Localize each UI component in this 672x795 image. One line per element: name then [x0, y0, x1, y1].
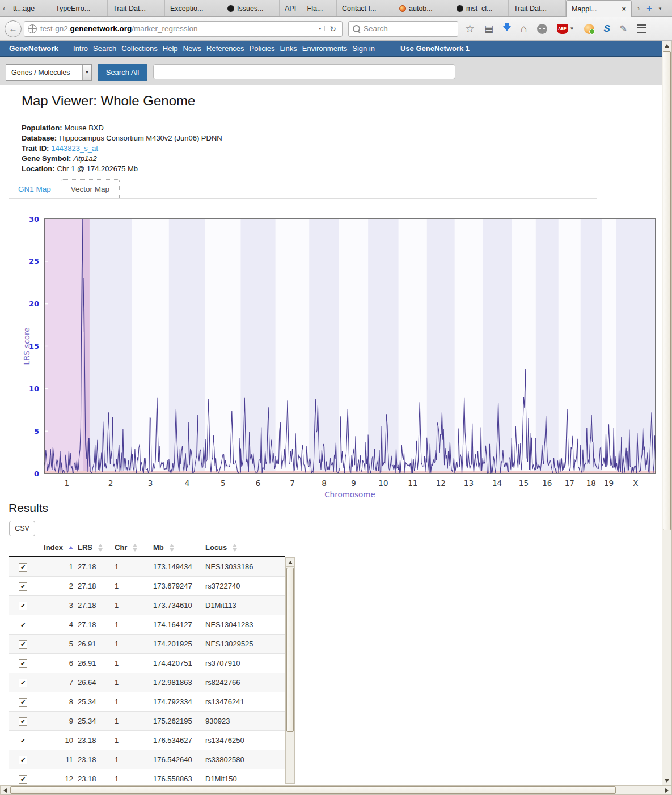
cell-chr: 1 [112, 615, 151, 635]
trait-id-link[interactable]: 1443823_s_at [51, 144, 98, 153]
row-checkbox[interactable]: ✔ [19, 640, 27, 649]
search-all-button[interactable]: Search All [98, 64, 147, 81]
page-scroll-down-button[interactable] [662, 776, 671, 785]
back-button[interactable]: ← [5, 20, 22, 37]
extension-s-icon[interactable]: S [604, 23, 610, 35]
cell-index: 1 [34, 557, 75, 577]
table-scrollbar-thumb[interactable] [286, 568, 294, 732]
cell-mb: 173.679247 [151, 577, 203, 596]
tab-scroll-left-icon[interactable]: ‹ [0, 0, 8, 16]
row-checkbox[interactable]: ✔ [19, 717, 27, 726]
row-checkbox[interactable]: ✔ [19, 659, 27, 668]
meta-value: Atp1a2 [73, 154, 96, 163]
browser-tab[interactable]: Contact I... [337, 0, 394, 16]
browser-tab[interactable]: tt...age [8, 0, 50, 16]
menu-hamburger-icon[interactable] [637, 24, 646, 33]
sort-icon [69, 546, 73, 549]
cell-lrs: 26.91 [75, 654, 112, 673]
sort-icon [170, 544, 174, 552]
page-horizontal-scrollbar[interactable] [0, 785, 672, 795]
nav-item-environments[interactable]: Environments [302, 44, 347, 53]
page-vscrollbar-thumb[interactable] [663, 51, 671, 530]
nav-item-policies[interactable]: Policies [250, 44, 275, 53]
column-header[interactable]: Locus [203, 539, 285, 557]
browser-tab[interactable]: TypeErro... [50, 0, 108, 16]
gn-brand[interactable]: GeneNetwork [9, 44, 58, 53]
nav-item-news[interactable]: News [183, 44, 202, 53]
new-tab-button[interactable]: + [646, 3, 652, 14]
search-category-select[interactable]: Genes / Molecules ▼ [6, 64, 92, 81]
row-checkbox[interactable]: ✔ [19, 621, 27, 629]
nav-item-intro[interactable]: Intro [73, 44, 88, 53]
chevron-down-icon[interactable]: ▼ [82, 65, 91, 80]
table-scrollbar[interactable] [285, 557, 295, 784]
nav-item-search[interactable]: Search [93, 44, 116, 53]
tab-scroll-right-icon[interactable]: › [637, 4, 640, 12]
cell-lrs: 25.34 [75, 712, 112, 731]
row-checkbox[interactable]: ✔ [19, 563, 27, 572]
nav-item-sign-in[interactable]: Sign in [352, 44, 375, 53]
chat-extension-icon[interactable] [537, 24, 547, 34]
csv-export-button[interactable]: CSV [9, 521, 35, 536]
reload-icon[interactable]: ↻ [325, 24, 339, 33]
row-checkbox[interactable]: ✔ [19, 582, 27, 591]
y-tick-label: 0 [34, 470, 39, 478]
url-history-dropdown-icon[interactable]: ▾ [315, 26, 325, 31]
column-header[interactable]: LRS [75, 539, 112, 557]
nav-item-help[interactable]: Help [163, 44, 178, 53]
browser-tab[interactable]: API — Fla... [280, 0, 337, 16]
close-icon[interactable]: × [622, 5, 626, 13]
column-header[interactable]: Mb [151, 539, 203, 557]
table-scroll-up-button[interactable] [286, 558, 294, 567]
cell-index: 2 [34, 577, 75, 596]
row-checkbox[interactable]: ✔ [19, 775, 27, 784]
cell-locus: D1Mit113 [203, 596, 285, 615]
home-icon[interactable]: ⌂ [521, 23, 527, 34]
nav-item-links[interactable]: Links [280, 44, 297, 53]
row-checkbox[interactable]: ✔ [19, 698, 27, 707]
bookmarks-sidebar-icon[interactable]: ▤ [484, 24, 493, 33]
map-tab-vector-map[interactable]: Vector Map [61, 179, 120, 198]
search-icon [353, 25, 360, 32]
url-bar[interactable]: test-gn2.genenetwork.org/marker_regressi… [24, 21, 343, 37]
browser-tab[interactable]: Mappi... × [566, 0, 632, 17]
page-scroll-up-button[interactable] [662, 41, 671, 50]
cell-lrs: 23.18 [75, 750, 112, 769]
extension-orange-icon[interactable] [584, 24, 594, 34]
gn-search-input[interactable] [153, 64, 455, 79]
downloads-icon[interactable] [503, 26, 511, 31]
nav-item-references[interactable]: References [206, 44, 244, 53]
browser-tab[interactable]: Trait Dat... [509, 0, 566, 16]
row-checkbox[interactable]: ✔ [19, 756, 27, 764]
page-hscrollbar-thumb[interactable] [10, 786, 616, 794]
x-tick-label-chr5: 5 [221, 479, 226, 488]
browser-tab[interactable]: mst_cl... [451, 0, 509, 16]
cell-lrs: 27.18 [75, 596, 112, 615]
browser-tab[interactable]: autob... [394, 0, 451, 16]
browser-tab[interactable]: Trait Dat... [108, 0, 165, 16]
page-scroll-right-button[interactable] [662, 786, 671, 794]
tab-list-dropdown-icon[interactable]: ▾ [659, 6, 662, 11]
row-checkbox[interactable]: ✔ [19, 602, 27, 610]
nav-item-collections[interactable]: Collections [121, 44, 158, 53]
column-header[interactable]: Chr [112, 539, 151, 557]
bookmark-star-icon[interactable]: ☆ [465, 23, 475, 34]
browser-tab[interactable]: Issues... [222, 0, 280, 16]
row-checkbox[interactable]: ✔ [19, 679, 27, 687]
table-row: ✔ 2 27.18 1 173.679247 rs3722740 [9, 577, 285, 596]
cell-chr: 1 [112, 673, 151, 692]
adblock-plus-icon[interactable]: ABP▼ [557, 24, 574, 34]
page-scroll-left-button[interactable] [1, 786, 9, 794]
map-tab-gn1-map[interactable]: GN1 Map [9, 180, 61, 198]
site-identity-icon[interactable] [28, 24, 37, 33]
use-genenetwork1-link[interactable]: Use GeneNetwork 1 [400, 44, 470, 53]
column-header[interactable]: Index [34, 539, 75, 557]
browser-tab-label: Issues... [237, 5, 264, 12]
qtl-interval-highlight [83, 219, 90, 473]
compose-icon[interactable]: ✎ [620, 23, 627, 34]
y-tick-label: 5 [34, 427, 39, 435]
page-vertical-scrollbar[interactable] [662, 41, 672, 785]
browser-search-field[interactable]: Search [348, 21, 458, 37]
row-checkbox[interactable]: ✔ [19, 737, 27, 745]
browser-tab[interactable]: Exceptio... [165, 0, 222, 16]
